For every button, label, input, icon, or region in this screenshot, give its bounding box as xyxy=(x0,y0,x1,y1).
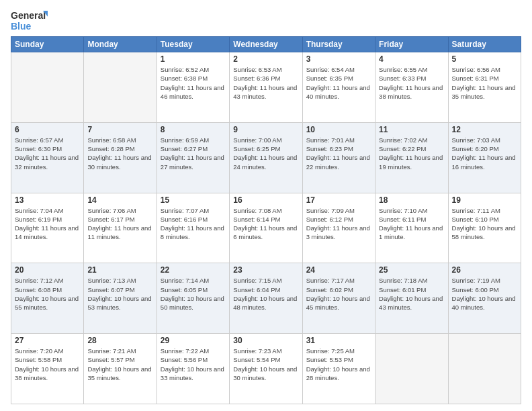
calendar-day-header: Monday xyxy=(84,37,157,52)
calendar-day-header: Thursday xyxy=(302,37,375,52)
day-info: Sunrise: 6:58 AMSunset: 6:28 PMDaylight:… xyxy=(87,136,152,171)
day-number: 13 xyxy=(15,195,80,205)
day-number: 12 xyxy=(452,125,517,134)
day-info: Sunrise: 7:03 AMSunset: 6:20 PMDaylight:… xyxy=(452,136,517,171)
day-info: Sunrise: 7:04 AMSunset: 6:19 PMDaylight:… xyxy=(15,206,80,242)
day-info: Sunrise: 7:02 AMSunset: 6:22 PMDaylight:… xyxy=(379,136,444,171)
logo-svg: General Blue xyxy=(11,8,48,32)
calendar-day-header: Saturday xyxy=(448,37,521,52)
calendar-day-cell: 28Sunrise: 7:21 AMSunset: 5:57 PMDayligh… xyxy=(84,334,157,404)
day-info: Sunrise: 7:19 AMSunset: 6:00 PMDaylight:… xyxy=(452,276,517,312)
day-info: Sunrise: 6:57 AMSunset: 6:30 PMDaylight:… xyxy=(15,136,80,171)
day-info: Sunrise: 7:11 AMSunset: 6:10 PMDaylight:… xyxy=(452,206,517,242)
day-info: Sunrise: 6:59 AMSunset: 6:27 PMDaylight:… xyxy=(161,136,226,171)
calendar-day-cell: 6Sunrise: 6:57 AMSunset: 6:30 PMDaylight… xyxy=(11,122,84,193)
day-info: Sunrise: 7:10 AMSunset: 6:11 PMDaylight:… xyxy=(379,206,444,242)
day-info: Sunrise: 7:13 AMSunset: 6:07 PMDaylight:… xyxy=(87,276,152,312)
calendar-day-cell: 14Sunrise: 7:06 AMSunset: 6:17 PMDayligh… xyxy=(84,193,157,263)
day-number: 24 xyxy=(306,265,371,275)
day-info: Sunrise: 7:25 AMSunset: 5:53 PMDaylight:… xyxy=(306,347,371,382)
day-number: 7 xyxy=(87,125,152,134)
logo: General Blue xyxy=(11,8,48,32)
calendar-day-cell: 24Sunrise: 7:17 AMSunset: 6:02 PMDayligh… xyxy=(302,263,375,334)
calendar-day-cell: 2Sunrise: 6:53 AMSunset: 6:36 PMDaylight… xyxy=(230,52,302,123)
calendar-day-cell: 16Sunrise: 7:08 AMSunset: 6:14 PMDayligh… xyxy=(230,193,302,263)
calendar-day-cell: 9Sunrise: 7:00 AMSunset: 6:25 PMDaylight… xyxy=(230,122,302,193)
calendar-week-row: 1Sunrise: 6:52 AMSunset: 6:38 PMDaylight… xyxy=(11,52,521,123)
calendar-day-cell: 25Sunrise: 7:18 AMSunset: 6:01 PMDayligh… xyxy=(375,263,448,334)
calendar-week-row: 27Sunrise: 7:20 AMSunset: 5:58 PMDayligh… xyxy=(11,334,521,404)
day-info: Sunrise: 7:14 AMSunset: 6:05 PMDaylight:… xyxy=(161,276,226,312)
calendar-day-cell: 15Sunrise: 7:07 AMSunset: 6:16 PMDayligh… xyxy=(157,193,229,263)
day-number: 14 xyxy=(87,195,152,205)
day-info: Sunrise: 6:55 AMSunset: 6:33 PMDaylight:… xyxy=(379,65,444,101)
calendar-day-cell: 27Sunrise: 7:20 AMSunset: 5:58 PMDayligh… xyxy=(11,334,84,404)
calendar-day-cell: 31Sunrise: 7:25 AMSunset: 5:53 PMDayligh… xyxy=(302,334,375,404)
day-number: 8 xyxy=(161,125,226,134)
calendar-day-cell: 5Sunrise: 6:56 AMSunset: 6:31 PMDaylight… xyxy=(448,52,521,123)
day-number: 21 xyxy=(87,265,152,275)
day-info: Sunrise: 7:01 AMSunset: 6:23 PMDaylight:… xyxy=(306,136,371,171)
day-info: Sunrise: 7:06 AMSunset: 6:17 PMDaylight:… xyxy=(87,206,152,242)
calendar-day-header: Wednesday xyxy=(230,37,302,52)
day-info: Sunrise: 7:07 AMSunset: 6:16 PMDaylight:… xyxy=(161,206,226,242)
calendar-day-cell: 4Sunrise: 6:55 AMSunset: 6:33 PMDaylight… xyxy=(375,52,448,123)
day-number: 29 xyxy=(161,336,226,345)
calendar-day-cell: 30Sunrise: 7:23 AMSunset: 5:54 PMDayligh… xyxy=(230,334,302,404)
calendar-day-cell xyxy=(448,334,521,404)
calendar-week-row: 6Sunrise: 6:57 AMSunset: 6:30 PMDaylight… xyxy=(11,122,521,193)
day-number: 16 xyxy=(233,195,298,205)
day-number: 3 xyxy=(306,54,371,64)
day-info: Sunrise: 7:20 AMSunset: 5:58 PMDaylight:… xyxy=(15,347,80,382)
day-info: Sunrise: 7:22 AMSunset: 5:56 PMDaylight:… xyxy=(161,347,226,382)
day-number: 26 xyxy=(452,265,517,275)
calendar-week-row: 13Sunrise: 7:04 AMSunset: 6:19 PMDayligh… xyxy=(11,193,521,263)
day-info: Sunrise: 7:23 AMSunset: 5:54 PMDaylight:… xyxy=(233,347,298,382)
calendar-day-cell xyxy=(11,52,84,123)
day-info: Sunrise: 6:54 AMSunset: 6:35 PMDaylight:… xyxy=(306,65,371,101)
day-number: 4 xyxy=(379,54,444,64)
day-info: Sunrise: 7:12 AMSunset: 6:08 PMDaylight:… xyxy=(15,276,80,312)
day-number: 10 xyxy=(306,125,371,134)
day-info: Sunrise: 7:18 AMSunset: 6:01 PMDaylight:… xyxy=(379,276,444,312)
calendar-day-cell: 11Sunrise: 7:02 AMSunset: 6:22 PMDayligh… xyxy=(375,122,448,193)
calendar-day-cell: 7Sunrise: 6:58 AMSunset: 6:28 PMDaylight… xyxy=(84,122,157,193)
calendar-day-cell: 17Sunrise: 7:09 AMSunset: 6:12 PMDayligh… xyxy=(302,193,375,263)
calendar-day-cell: 3Sunrise: 6:54 AMSunset: 6:35 PMDaylight… xyxy=(302,52,375,123)
day-info: Sunrise: 7:15 AMSunset: 6:04 PMDaylight:… xyxy=(233,276,298,312)
calendar-day-cell: 29Sunrise: 7:22 AMSunset: 5:56 PMDayligh… xyxy=(157,334,229,404)
calendar-day-cell xyxy=(84,52,157,123)
day-number: 15 xyxy=(161,195,226,205)
day-info: Sunrise: 6:56 AMSunset: 6:31 PMDaylight:… xyxy=(452,65,517,101)
svg-text:Blue: Blue xyxy=(11,21,32,32)
day-number: 19 xyxy=(452,195,517,205)
day-info: Sunrise: 6:53 AMSunset: 6:36 PMDaylight:… xyxy=(233,65,298,101)
calendar-day-cell xyxy=(375,334,448,404)
calendar-day-header: Tuesday xyxy=(157,37,229,52)
day-number: 25 xyxy=(379,265,444,275)
calendar-day-cell: 22Sunrise: 7:14 AMSunset: 6:05 PMDayligh… xyxy=(157,263,229,334)
day-info: Sunrise: 7:21 AMSunset: 5:57 PMDaylight:… xyxy=(87,347,152,382)
calendar-day-cell: 21Sunrise: 7:13 AMSunset: 6:07 PMDayligh… xyxy=(84,263,157,334)
header: General Blue xyxy=(11,8,521,32)
day-number: 17 xyxy=(306,195,371,205)
calendar-day-cell: 8Sunrise: 6:59 AMSunset: 6:27 PMDaylight… xyxy=(157,122,229,193)
calendar-day-cell: 23Sunrise: 7:15 AMSunset: 6:04 PMDayligh… xyxy=(230,263,302,334)
day-info: Sunrise: 7:08 AMSunset: 6:14 PMDaylight:… xyxy=(233,206,298,242)
day-number: 5 xyxy=(452,54,517,64)
calendar-day-cell: 20Sunrise: 7:12 AMSunset: 6:08 PMDayligh… xyxy=(11,263,84,334)
day-number: 18 xyxy=(379,195,444,205)
day-number: 1 xyxy=(161,54,226,64)
day-number: 30 xyxy=(233,336,298,345)
calendar-week-row: 20Sunrise: 7:12 AMSunset: 6:08 PMDayligh… xyxy=(11,263,521,334)
day-number: 27 xyxy=(15,336,80,345)
day-info: Sunrise: 7:17 AMSunset: 6:02 PMDaylight:… xyxy=(306,276,371,312)
calendar-day-cell: 26Sunrise: 7:19 AMSunset: 6:00 PMDayligh… xyxy=(448,263,521,334)
day-number: 31 xyxy=(306,336,371,345)
calendar-day-cell: 1Sunrise: 6:52 AMSunset: 6:38 PMDaylight… xyxy=(157,52,229,123)
day-number: 22 xyxy=(161,265,226,275)
page: General Blue SundayMondayTuesdayWednesda… xyxy=(0,0,532,411)
day-number: 23 xyxy=(233,265,298,275)
day-number: 20 xyxy=(15,265,80,275)
calendar-day-cell: 18Sunrise: 7:10 AMSunset: 6:11 PMDayligh… xyxy=(375,193,448,263)
